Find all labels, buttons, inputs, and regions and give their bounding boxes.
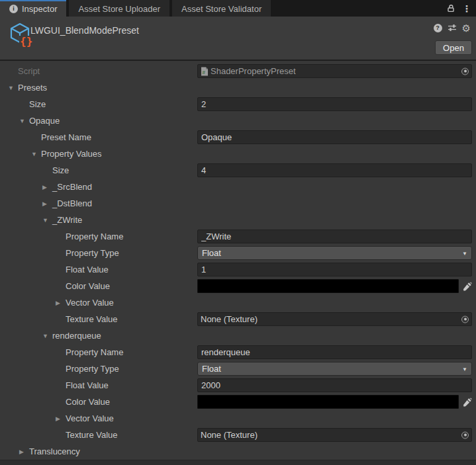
property-name-input[interactable] — [197, 345, 472, 359]
foldout-zwrite[interactable]: ▼_ZWrite — [0, 215, 197, 225]
row-label[interactable]: Vector Value — [66, 298, 114, 308]
row-label[interactable]: _DstBlend — [52, 198, 92, 208]
row-label[interactable]: Vector Value — [66, 413, 114, 423]
tab-inspector[interactable]: i Inspector — [0, 0, 66, 17]
property-row: Property TypeFloat▼ — [0, 360, 476, 377]
asset-title: LWGUI_BlendModePreset — [30, 25, 139, 36]
property-row: Size — [0, 96, 476, 112]
open-button[interactable]: Open — [435, 40, 472, 55]
field-cell — [197, 395, 476, 409]
preset-name-input[interactable] — [197, 130, 472, 144]
property-row: ▶Translucency — [0, 443, 476, 460]
foldout-dstblend[interactable]: ▶_DstBlend — [0, 198, 197, 208]
row-label: Property Type — [66, 364, 119, 374]
property-row: Color Value — [0, 394, 476, 410]
tab-asset-store-validator[interactable]: Asset Store Validator — [172, 0, 271, 17]
label-texture-value: Texture Value — [0, 430, 197, 440]
float-value-input[interactable] — [197, 263, 472, 276]
chevron-right-icon[interactable]: ▶ — [19, 448, 29, 455]
property-row: Texture ValueNone (Texture) — [0, 427, 476, 443]
chevron-down-icon[interactable]: ▼ — [8, 85, 18, 91]
row-label[interactable]: Presets — [18, 83, 47, 93]
chevron-down-icon[interactable]: ▼ — [31, 151, 41, 157]
gear-icon[interactable]: ⚙ — [462, 23, 471, 33]
property-type-dropdown[interactable]: Float▼ — [197, 362, 472, 376]
bottom-strip — [0, 460, 476, 465]
row-label: Float Value — [66, 265, 109, 275]
color-swatch[interactable] — [197, 395, 459, 409]
label-preset-name: Preset Name — [0, 132, 197, 142]
label-property-type: Property Type — [0, 248, 197, 258]
chevron-down-icon[interactable]: ▼ — [42, 217, 52, 224]
label-size: Size — [0, 99, 197, 109]
tab-label: Asset Store Uploader — [78, 4, 160, 14]
foldout-renderqueue[interactable]: ▼renderqueue — [0, 331, 197, 341]
row-label[interactable]: Opaque — [29, 116, 60, 126]
size-input[interactable] — [197, 97, 472, 111]
field-cell: Float▼ — [197, 246, 476, 260]
row-label[interactable]: _ZWrite — [52, 215, 82, 225]
texture-value-object-field[interactable]: None (Texture) — [197, 428, 472, 442]
property-row: ▶_SrcBlend — [0, 179, 476, 195]
presets-icon[interactable] — [447, 22, 457, 33]
row-label: Color Value — [66, 397, 110, 407]
unlock-icon[interactable] — [446, 3, 456, 14]
chevron-right-icon[interactable]: ▶ — [42, 200, 52, 207]
chevron-down-icon[interactable]: ▼ — [42, 333, 52, 339]
texture-value-object-field[interactable]: None (Texture) — [197, 312, 472, 326]
property-row: ▼Presets — [0, 79, 476, 96]
foldout-presets[interactable]: ▼Presets — [0, 83, 197, 93]
label-property-type: Property Type — [0, 364, 197, 374]
color-field — [197, 279, 472, 293]
row-label[interactable]: Property Values — [41, 149, 102, 159]
property-type-dropdown[interactable]: Float▼ — [197, 246, 472, 260]
eyedropper-icon[interactable] — [461, 282, 472, 291]
object-picker-icon[interactable] — [461, 431, 469, 439]
tab-asset-store-uploader[interactable]: Asset Store Uploader — [69, 0, 169, 17]
label-property-name: Property Name — [0, 232, 197, 241]
field-cell — [197, 130, 476, 144]
inspector-window: i Inspector Asset Store Uploader Asset S… — [0, 0, 476, 465]
eyedropper-icon[interactable] — [461, 398, 472, 407]
row-label[interactable]: Translucency — [29, 446, 80, 456]
float-value-input[interactable] — [197, 378, 472, 392]
field-cell — [197, 163, 476, 177]
foldout-srcblend[interactable]: ▶_SrcBlend — [0, 182, 197, 192]
row-label: Size — [52, 165, 69, 175]
property-row: ▶Vector Value — [0, 294, 476, 311]
object-field-value: None (Texture) — [201, 314, 258, 324]
object-picker-icon[interactable] — [461, 316, 469, 323]
property-name-input[interactable] — [197, 230, 472, 243]
foldout-opaque[interactable]: ▼Opaque — [0, 116, 197, 126]
label-float-value: Float Value — [0, 380, 197, 390]
help-icon[interactable]: ? — [434, 24, 442, 32]
dropdown-value: Float — [202, 248, 221, 258]
foldout-vector-value[interactable]: ▶Vector Value — [0, 298, 197, 308]
chevron-down-icon[interactable]: ▼ — [19, 118, 29, 124]
foldout-property-values[interactable]: ▼Property Values — [0, 149, 197, 159]
svg-text:{}: {} — [20, 35, 32, 48]
chevron-right-icon[interactable]: ▶ — [42, 184, 52, 190]
object-picker-icon[interactable] — [461, 67, 469, 75]
property-row: Property TypeFloat▼ — [0, 245, 476, 261]
chevron-down-icon: ▼ — [462, 366, 467, 372]
tab-bar-actions: ⋮ — [446, 0, 473, 17]
foldout-translucency[interactable]: ▶Translucency — [0, 446, 197, 456]
foldout-vector-value[interactable]: ▶Vector Value — [0, 413, 197, 423]
chevron-right-icon[interactable]: ▶ — [56, 300, 66, 306]
row-label[interactable]: _SrcBlend — [52, 182, 92, 192]
color-swatch[interactable] — [197, 279, 459, 293]
property-row: ▼Property Values — [0, 146, 476, 162]
row-label[interactable]: renderqueue — [52, 331, 101, 341]
property-row: Size — [0, 162, 476, 179]
inspector-header: {} LWGUI_BlendModePreset ? ⚙ Open — [0, 17, 476, 61]
field-cell — [197, 378, 476, 392]
property-row: ▼renderqueue — [0, 327, 476, 344]
chevron-right-icon[interactable]: ▶ — [56, 415, 66, 422]
kebab-menu-icon[interactable]: ⋮ — [461, 3, 472, 14]
property-row: Preset Name — [0, 129, 476, 146]
script-object-field[interactable]: #ShaderPropertyPreset — [197, 64, 472, 78]
field-cell — [197, 97, 476, 111]
tab-label: Asset Store Validator — [181, 4, 262, 14]
size-input[interactable] — [197, 163, 472, 177]
